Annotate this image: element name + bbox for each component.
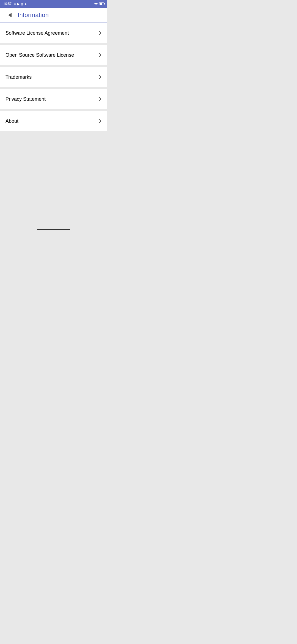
back-arrow-icon (8, 13, 12, 17)
trademarks-label: Trademarks (6, 74, 32, 80)
open-source-license-item[interactable]: Open Source Software License (0, 45, 107, 65)
open-source-license-label: Open Source Software License (6, 52, 74, 58)
status-bar-left: 10:57 ✉ ▶ ▦ ⬇ (3, 2, 27, 6)
about-item[interactable]: About (0, 111, 107, 131)
chevron-right-icon (96, 118, 102, 124)
status-time: 10:57 (3, 2, 12, 6)
chevron-right-icon (96, 96, 102, 102)
back-button[interactable] (4, 10, 15, 21)
mail-icon: ✉ (14, 2, 16, 6)
chevron-right-icon (96, 74, 102, 80)
software-license-label: Software License Agreement (6, 30, 69, 36)
status-bar: 10:57 ✉ ▶ ▦ ⬇ ▾▾ (0, 0, 107, 8)
bottom-nav-indicator (37, 229, 70, 230)
wifi-icon: ▾▾ (94, 2, 98, 6)
about-label: About (6, 118, 18, 124)
download-icon: ⬇ (24, 2, 27, 6)
battery-icon (99, 2, 104, 5)
app-bar: Information (0, 8, 107, 23)
chevron-right-icon (96, 30, 102, 36)
chevron-right-icon (96, 52, 102, 58)
status-bar-right: ▾▾ (94, 2, 104, 6)
privacy-statement-item[interactable]: Privacy Statement (0, 89, 107, 109)
calendar-icon: ▦ (21, 2, 23, 6)
trademarks-item[interactable]: Trademarks (0, 67, 107, 87)
status-icons: ✉ ▶ ▦ ⬇ (14, 2, 27, 6)
content-list: Software License Agreement Open Source S… (0, 23, 107, 131)
software-license-item[interactable]: Software License Agreement (0, 23, 107, 43)
page-title: Information (18, 12, 49, 19)
play-icon: ▶ (17, 2, 20, 6)
privacy-statement-label: Privacy Statement (6, 96, 46, 102)
